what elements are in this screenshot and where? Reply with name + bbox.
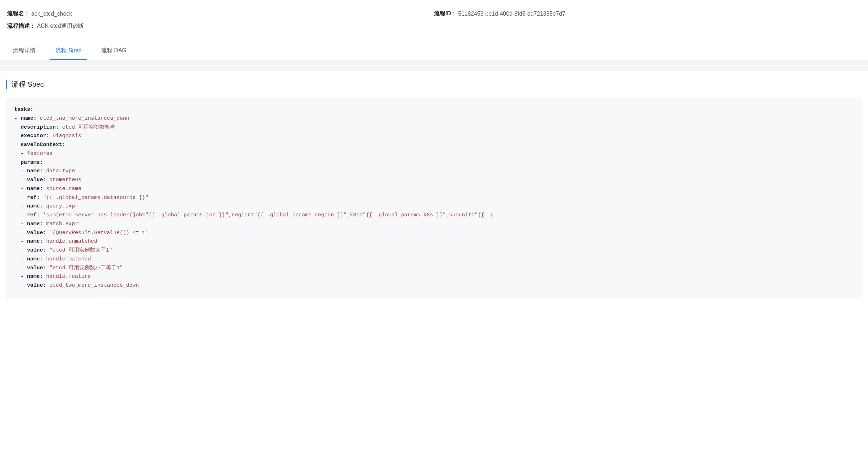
yaml-dash: - bbox=[21, 203, 24, 209]
process-desc-value: ACK etcd通用诊断 bbox=[37, 22, 84, 30]
process-name-label: 流程名： bbox=[7, 10, 30, 17]
spec-code-block: tasks: - name: etcd_two_more_instances_d… bbox=[6, 98, 862, 298]
yaml-dash: - bbox=[21, 186, 24, 192]
process-id-label: 流程ID： bbox=[434, 10, 457, 17]
yaml-value: etcd_two_more_instances_down bbox=[49, 282, 139, 288]
yaml-value: handle.feature bbox=[46, 274, 91, 280]
yaml-key: ref: bbox=[27, 212, 40, 218]
yaml-value: query.expr bbox=[46, 203, 78, 209]
yaml-value: "etcd 可用实例数小于等于1" bbox=[49, 265, 123, 271]
yaml-value: '(QueryResult.GetValue()) <= 1' bbox=[49, 230, 148, 236]
yaml-key: name: bbox=[27, 256, 43, 262]
yaml-dash: - bbox=[21, 151, 24, 157]
yaml-dash: - bbox=[21, 221, 24, 227]
process-id-value: 51182453-be1d-400d-8fd5-dd721385e7d7 bbox=[458, 11, 565, 17]
yaml-value: match.expr bbox=[46, 221, 78, 227]
yaml-value: source.name bbox=[46, 186, 81, 192]
yaml-key: value: bbox=[27, 282, 46, 288]
yaml-value: features bbox=[27, 151, 53, 157]
process-desc-label: 流程描述： bbox=[7, 22, 36, 30]
yaml-value: data.type bbox=[46, 168, 75, 174]
yaml-value: etcd_two_more_instances_down bbox=[40, 115, 129, 122]
yaml-key: value: bbox=[27, 265, 46, 271]
yaml-key: executor: bbox=[21, 133, 49, 139]
yaml-value: Diagnosis bbox=[53, 133, 81, 139]
yaml-value: "{{ .global_params.datasource }}" bbox=[43, 195, 148, 201]
section-title: 流程 Spec bbox=[6, 80, 862, 89]
yaml-value: handle.unmatched bbox=[46, 238, 97, 244]
yaml-value: prometheus bbox=[49, 177, 81, 183]
tab-spec[interactable]: 流程 Spec bbox=[50, 42, 87, 60]
yaml-key: tasks: bbox=[14, 107, 33, 113]
tabs: 流程详情 流程 Spec 流程 DAG bbox=[0, 42, 868, 60]
yaml-key: name: bbox=[21, 115, 37, 122]
yaml-dash: - bbox=[21, 168, 24, 174]
tab-dag[interactable]: 流程 DAG bbox=[96, 42, 132, 60]
yaml-key: description: bbox=[21, 124, 59, 130]
header-info: 流程名： ack_etcd_check 流程ID： 51182453-be1d-… bbox=[0, 0, 868, 38]
yaml-key: value: bbox=[27, 177, 46, 183]
yaml-key: name: bbox=[27, 168, 43, 174]
yaml-key: name: bbox=[27, 203, 43, 209]
yaml-key: name: bbox=[27, 186, 43, 192]
yaml-dash: - bbox=[21, 256, 24, 262]
yaml-key: name: bbox=[27, 238, 43, 244]
yaml-key: name: bbox=[27, 221, 43, 227]
yaml-value: etcd 可用实例数检查 bbox=[62, 124, 115, 130]
process-desc-field: 流程描述： ACK etcd通用诊断 bbox=[7, 22, 84, 30]
yaml-key: ref: bbox=[27, 195, 40, 201]
yaml-key: value: bbox=[27, 247, 46, 253]
process-name-field: 流程名： ack_etcd_check bbox=[7, 10, 416, 17]
spec-section: 流程 Spec tasks: - name: etcd_two_more_ins… bbox=[0, 71, 868, 307]
yaml-value: handle.matched bbox=[46, 256, 91, 262]
tab-detail[interactable]: 流程详情 bbox=[7, 42, 41, 60]
yaml-key: value: bbox=[27, 230, 46, 236]
yaml-dash: - bbox=[14, 115, 17, 122]
yaml-value: "etcd 可用实例数大于1" bbox=[49, 247, 112, 253]
process-id-field: 流程ID： 51182453-be1d-400d-8fd5-dd721385e7… bbox=[434, 10, 843, 17]
yaml-key: name: bbox=[27, 274, 43, 280]
yaml-value: 'sum(etcd_server_has_leader{job="{{ .glo… bbox=[43, 212, 494, 218]
yaml-dash: - bbox=[21, 274, 24, 280]
spacer-bar bbox=[0, 60, 868, 71]
yaml-key: params: bbox=[21, 160, 43, 166]
yaml-key: saveToContext: bbox=[21, 142, 65, 148]
process-name-value: ack_etcd_check bbox=[31, 11, 72, 17]
yaml-dash: - bbox=[21, 238, 24, 244]
